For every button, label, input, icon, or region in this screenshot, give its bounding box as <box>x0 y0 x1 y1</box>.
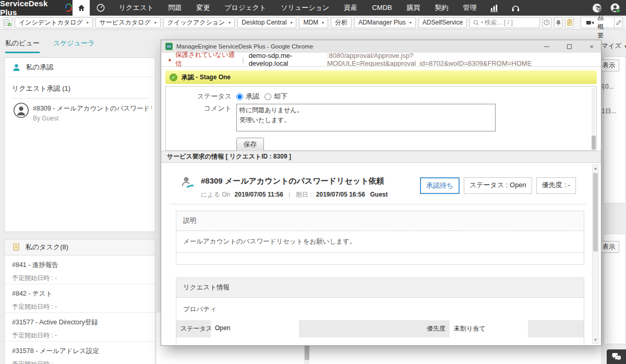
nav-item-solutions[interactable]: ソリューション <box>273 0 336 16</box>
not-secure-label[interactable]: 保護されていない通信 <box>175 51 237 68</box>
search-icon <box>473 19 479 26</box>
save-button[interactable]: 保存 <box>236 138 264 152</box>
task-title: #31577 - Active Directory登録 <box>12 318 148 327</box>
popup-window-title: ManageEngine ServiceDesk Plus - Google C… <box>176 43 534 50</box>
requester-avatar-icon <box>13 102 29 118</box>
customize-dropdown[interactable]: マイズ▼ <box>601 42 626 51</box>
new-template-icon[interactable] <box>3 17 12 28</box>
task-item[interactable]: #841 - 進捗報告 予定開始日時 : - <box>5 256 155 284</box>
global-search[interactable]: ▾ <box>469 17 540 28</box>
product-overview-button[interactable]: 製品概要 <box>581 17 615 28</box>
minimize-button[interactable] <box>537 40 556 53</box>
approval-item-by: By Guest <box>33 115 58 122</box>
approval-item-link[interactable]: #8309 - メールアカウントのパスワードリセ... <box>33 104 152 113</box>
task-start: 予定開始日時 : - <box>12 331 148 340</box>
tab-scheduler[interactable]: スケジューラ <box>53 39 95 53</box>
chevron-down-icon: ▼ <box>623 44 626 49</box>
task-start: 予定開始日時 : - <box>12 274 148 283</box>
maximize-button[interactable] <box>560 40 579 53</box>
recent-items-clock-icon[interactable] <box>543 17 551 28</box>
description-text: メールアカウントのパスワードリセットをお願いします。 <box>176 231 584 253</box>
close-button[interactable]: × <box>582 40 601 53</box>
tasks-clipboard-icon[interactable] <box>565 17 574 28</box>
secondary-toolbar: インシデントカタログ ▾ サービスカタログ ▾ クイックアクション ▾ Desk… <box>0 16 626 30</box>
adselfservice-button[interactable]: ADSelfService <box>418 17 467 28</box>
status-label: ステータス <box>166 92 232 101</box>
approve-radio-label: 承認 <box>246 92 259 101</box>
approve-radio-input[interactable] <box>236 93 243 100</box>
my-approvals-card: 私の承認 リクエスト承認 (1) #8309 - メールアカウントのパスワードリ… <box>4 57 155 232</box>
nav-item-admin[interactable]: 管理 <box>455 0 484 16</box>
request-panel-scrollbar-thumb[interactable] <box>593 173 598 251</box>
task-item[interactable]: #31578 - メールアドレス設定 予定開始日時 : - <box>5 342 155 364</box>
task-title: #842 - テスト <box>12 289 148 298</box>
admanager-dropdown[interactable]: ADManager Plus ▾ <box>354 17 416 28</box>
main-scrollbar-thumb[interactable] <box>305 346 309 360</box>
reject-radio[interactable]: 却下 <box>264 92 287 101</box>
by-label: による On <box>201 191 230 198</box>
nav-item-changes[interactable]: 変更 <box>189 0 218 16</box>
scroll-up-icon[interactable]: ▲ <box>593 165 598 172</box>
task-item[interactable]: #31577 - Active Directory登録 予定開始日時 : - <box>5 313 155 342</box>
analysis-button[interactable]: 分析 <box>331 17 352 28</box>
reports-chart-icon[interactable] <box>484 0 505 16</box>
prop-row-tail <box>528 320 584 337</box>
prop-status-label: ステータス <box>176 320 211 337</box>
nav-item-purchase[interactable]: 購買 <box>399 0 427 16</box>
right-widget-1-row-2[interactable]: 1日... <box>601 107 617 116</box>
nav-item-contracts[interactable]: 契約 <box>427 0 455 16</box>
right-widget-1-row-1[interactable]: 前0... <box>599 82 614 91</box>
tasks-doc-icon <box>12 243 20 251</box>
check-circle-icon: ✓ <box>170 74 177 81</box>
tab-my-view[interactable]: 私のビュー <box>5 39 40 53</box>
request-panel-scrollbar[interactable]: ▲ ▼ <box>592 164 599 344</box>
my-tasks-title: 私のタスク(8) <box>26 242 68 252</box>
request-detail-panel: #8309 メールアカウントのパスワードリセット依頼 による On 2019/0… <box>161 163 601 345</box>
scroll-down-icon[interactable]: ▼ <box>593 336 598 343</box>
approval-stage-banner: ✓ 承認 - Stage One <box>165 70 597 84</box>
show-button-1[interactable]: 表示 <box>598 59 619 71</box>
brand-logo[interactable]: ServiceDesk Plus <box>0 0 73 16</box>
approval-popup-window: ManageEngine ServiceDesk Plus - Google C… <box>161 40 601 345</box>
headset-icon[interactable] <box>505 0 526 16</box>
search-scope-caret-icon[interactable]: ▾ <box>481 20 483 25</box>
service-catalog-dropdown[interactable]: サービスカタログ ▾ <box>95 17 161 28</box>
comment-textarea[interactable]: 特に問題ありません。 受理いたします。 <box>236 104 496 131</box>
task-item[interactable]: #842 - テスト 予定開始日時 : - <box>5 284 155 313</box>
maximize-icon <box>567 44 572 49</box>
dashboard-gauge-icon[interactable] <box>90 0 112 16</box>
mdm-label: MDM <box>303 19 318 26</box>
live-chat-button[interactable] <box>607 349 626 364</box>
chevron-down-icon: ▾ <box>87 20 89 25</box>
nav-item-projects[interactable]: プロジェクト <box>218 0 274 16</box>
approve-radio[interactable]: 承認 <box>236 92 259 101</box>
reject-radio-input[interactable] <box>264 93 271 100</box>
address-bar[interactable]: ▲ 保護されていない通信 | demo-sdp.me-develop.local… <box>161 53 601 67</box>
approval-pending-badge: 承認待ち <box>420 177 460 194</box>
priority-badge: 優先度 : - <box>536 177 576 194</box>
nav-item-cmdb[interactable]: CMDB <box>365 0 399 16</box>
desktop-central-dropdown[interactable]: Desktop Central ▾ <box>237 17 296 28</box>
nav-item-assets[interactable]: 資産 <box>336 0 365 16</box>
pin-icon[interactable] <box>615 17 623 28</box>
request-meta: による On 2019/07/05 11:56 | 期日 : 2019/07/0… <box>201 190 388 199</box>
nav-item-problems[interactable]: 問題 <box>161 0 189 16</box>
product-overview-label: 製品概要 <box>597 5 609 40</box>
form-scrollbar-thumb[interactable] <box>592 136 596 150</box>
home-tab[interactable] <box>73 0 90 16</box>
right-widget-1 <box>604 56 626 203</box>
notifications-bell-icon[interactable] <box>554 17 563 28</box>
nav-item-requests[interactable]: リクエスト <box>112 0 161 16</box>
chevron-down-icon: ▾ <box>290 20 292 25</box>
top-navbar: ServiceDesk Plus リクエスト 問題 変更 プロジェクト ソリュー… <box>0 0 626 16</box>
task-start: 予定開始日時 : - <box>12 360 148 364</box>
comment-label: コメント <box>166 104 232 113</box>
search-input[interactable] <box>485 19 537 26</box>
show-button-2[interactable]: 表示 <box>598 241 619 253</box>
quick-actions-dropdown[interactable]: クイックアクション ▾ <box>163 17 235 28</box>
minimize-icon <box>544 46 549 47</box>
incident-catalog-dropdown[interactable]: インシデントカタログ ▾ <box>15 17 93 28</box>
user-avatar-icon[interactable] <box>610 3 621 14</box>
mdm-dropdown[interactable]: MDM ▾ <box>299 17 328 28</box>
properties-row: ステータス Open 優先度 未割り当て <box>176 320 584 337</box>
